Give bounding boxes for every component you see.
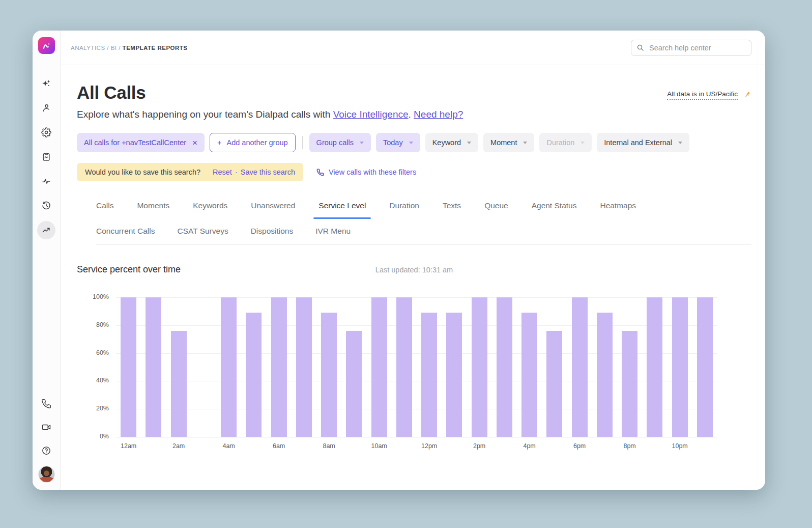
filter-dropdown-moment[interactable]: Moment xyxy=(483,133,534,152)
x-axis-label-8pm: 8pm xyxy=(615,442,645,450)
breadcrumb-current: TEMPLATE REPORTS xyxy=(123,45,188,51)
pushpin-icon[interactable] xyxy=(743,91,751,99)
tab-calls[interactable]: Calls xyxy=(96,201,113,219)
need-help-link[interactable]: Need help? xyxy=(414,109,463,120)
bar-5am[interactable] xyxy=(246,313,262,437)
sidebar-bottom-icons xyxy=(37,395,55,460)
tab-unanswered[interactable]: Unanswered xyxy=(251,201,295,219)
bar-10am[interactable] xyxy=(371,297,387,437)
bar-11am[interactable] xyxy=(396,297,412,437)
y-axis-label: 20% xyxy=(77,405,109,412)
tabs-row-2: Concurrent CallsCSAT SurveysDispositions… xyxy=(96,227,751,236)
ai-wave-icon xyxy=(41,40,52,51)
dropdown-label: Keyword xyxy=(432,138,461,147)
chevron-down-icon xyxy=(360,142,364,144)
tab-texts[interactable]: Texts xyxy=(443,201,461,219)
bar-9pm[interactable] xyxy=(647,297,662,437)
voice-intelligence-link[interactable]: Voice Intelligence xyxy=(333,109,409,120)
bar-6pm[interactable] xyxy=(572,297,588,437)
y-axis-label: 100% xyxy=(77,293,109,300)
tab-service-level[interactable]: Service Level xyxy=(318,201,366,219)
bar-10pm[interactable] xyxy=(672,297,688,437)
remove-filter-icon[interactable]: × xyxy=(192,138,197,147)
dialpad-ai-logo[interactable] xyxy=(38,37,55,54)
filter-dropdown-today[interactable]: Today xyxy=(376,133,420,152)
reset-link[interactable]: Reset xyxy=(213,168,232,176)
dropdown-label: Duration xyxy=(546,138,574,147)
subtitle-separator: . xyxy=(409,109,414,120)
filter-dropdown-internal-and-external[interactable]: Internal and External xyxy=(597,133,689,152)
bar-2pm[interactable] xyxy=(472,297,487,437)
x-axis-label-10pm: 10pm xyxy=(664,442,695,450)
subtitle-text: Explore what's happening on your team's … xyxy=(77,109,333,120)
bar-5pm[interactable] xyxy=(546,331,562,437)
sidebar-video-camera-icon[interactable] xyxy=(37,418,55,436)
breadcrumb: ANALYTICS / BI / TEMPLATE REPORTS xyxy=(71,45,188,51)
group-chip-label: All calls for +navTestCallCenter xyxy=(84,138,186,147)
x-axis-label-10am: 10am xyxy=(364,442,394,450)
add-another-group-button[interactable]: + Add another group xyxy=(210,133,296,152)
sidebar-playbooks-icon[interactable] xyxy=(37,148,55,166)
dropdown-label: Group calls xyxy=(316,138,354,147)
bar-12pm[interactable] xyxy=(421,313,437,437)
bar-1am[interactable] xyxy=(146,297,161,437)
tab-dispositions[interactable]: Dispositions xyxy=(251,227,294,236)
bar-7am[interactable] xyxy=(296,297,312,437)
sidebar-sparkles-icon[interactable] xyxy=(37,74,55,93)
gridline-100 xyxy=(116,297,717,298)
save-this-search-link[interactable]: Save this search xyxy=(241,168,295,176)
tab-csat-surveys[interactable]: CSAT Surveys xyxy=(177,227,228,236)
page-subtitle: Explore what's happening on your team's … xyxy=(77,109,751,120)
dot-separator: · xyxy=(235,168,238,176)
view-calls-link[interactable]: View calls with these filters xyxy=(316,168,416,176)
x-axis-label-8am: 8am xyxy=(314,442,344,450)
tab-queue[interactable]: Queue xyxy=(484,201,508,219)
tab-ivr-menu[interactable]: IVR Menu xyxy=(315,227,351,236)
sidebar-help-icon[interactable] xyxy=(37,441,55,460)
sidebar-settings-gear-icon[interactable] xyxy=(37,123,55,142)
bar-11pm[interactable] xyxy=(697,297,713,437)
sidebar-analytics-trend-icon[interactable] xyxy=(37,221,55,239)
sidebar-phone-icon[interactable] xyxy=(37,395,55,413)
sidebar-history-icon[interactable] xyxy=(37,197,55,215)
chevron-down-icon xyxy=(581,142,585,144)
bar-1pm[interactable] xyxy=(446,313,462,437)
bar-12am[interactable] xyxy=(121,297,136,437)
bar-6am[interactable] xyxy=(271,297,287,437)
save-search-banner: Would you like to save this search? Rese… xyxy=(77,163,303,181)
tab-keywords[interactable]: Keywords xyxy=(193,201,227,219)
sidebar-contacts-icon[interactable] xyxy=(37,99,55,117)
service-percent-chart: 0%20%40%60%80%100%12am2am4am6am8am10am12… xyxy=(77,291,751,454)
plus-icon: + xyxy=(217,138,221,147)
tab-concurrent-calls[interactable]: Concurrent Calls xyxy=(96,227,155,236)
filter-dropdown-group-calls[interactable]: Group calls xyxy=(309,133,371,152)
bar-8am[interactable] xyxy=(321,313,337,437)
bar-4am[interactable] xyxy=(221,297,237,437)
top-bar: ANALYTICS / BI / TEMPLATE REPORTS xyxy=(61,31,765,65)
bar-2am[interactable] xyxy=(171,331,187,437)
active-group-filter-chip[interactable]: All calls for +navTestCallCenter × xyxy=(77,133,205,152)
tab-agent-status[interactable]: Agent Status xyxy=(532,201,577,219)
bar-7pm[interactable] xyxy=(597,313,613,437)
add-group-label: Add another group xyxy=(226,138,287,147)
tab-heatmaps[interactable]: Heatmaps xyxy=(600,201,636,219)
bar-3pm[interactable] xyxy=(497,297,512,437)
y-axis-label: 0% xyxy=(77,433,109,440)
chart-title: Service percent over time xyxy=(77,264,181,275)
search-icon xyxy=(636,44,644,51)
gridline-80 xyxy=(116,325,717,326)
tab-duration[interactable]: Duration xyxy=(389,201,419,219)
breadcrumb-path[interactable]: ANALYTICS / BI / xyxy=(71,45,121,51)
timezone-note[interactable]: All data is in US/Pacific xyxy=(667,90,738,100)
bar-9am[interactable] xyxy=(346,331,362,437)
filter-dropdown-duration[interactable]: Duration xyxy=(539,133,592,152)
filter-dropdown-keyword[interactable]: Keyword xyxy=(425,133,478,152)
tab-moments[interactable]: Moments xyxy=(137,201,169,219)
help-search-box[interactable] xyxy=(631,40,751,56)
sidebar-activity-pulse-icon[interactable] xyxy=(37,172,55,190)
bar-8pm[interactable] xyxy=(622,331,637,437)
bar-4pm[interactable] xyxy=(521,313,537,437)
search-input[interactable] xyxy=(648,43,746,52)
last-updated-text: Last updated: 10:31 am xyxy=(375,266,453,274)
user-avatar[interactable] xyxy=(38,466,55,483)
